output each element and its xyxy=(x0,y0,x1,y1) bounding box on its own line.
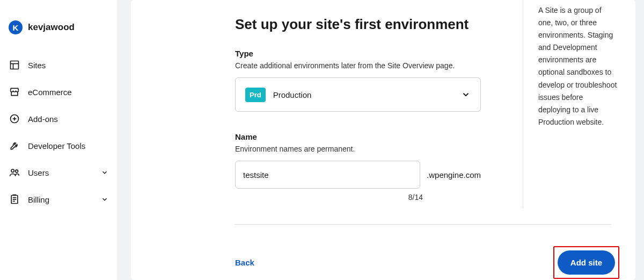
footer-row: Back Add site xyxy=(235,246,619,279)
main-area: Set up your site's first environment Typ… xyxy=(117,0,644,280)
info-panel: A Site is a group of one, two, or three … xyxy=(523,0,635,209)
svg-rect-0 xyxy=(11,61,19,69)
environment-name-input[interactable] xyxy=(235,161,420,189)
brand-name: kevjawood xyxy=(28,22,75,33)
chevron-down-icon xyxy=(101,196,108,203)
sidebar-item-label: Add-ons xyxy=(28,114,108,124)
env-type-value: Production xyxy=(273,90,461,99)
svg-point-6 xyxy=(11,169,14,172)
sidebar-item-label: Developer Tools xyxy=(28,141,108,150)
sidebar-item-devtools[interactable]: Developer Tools xyxy=(0,132,117,159)
brand-icon: K xyxy=(9,20,23,34)
environment-type-select[interactable]: Prd Production xyxy=(235,77,481,112)
chevron-down-icon xyxy=(461,90,471,99)
sidebar-item-label: Users xyxy=(28,168,101,177)
svg-point-7 xyxy=(16,170,18,173)
plus-circle-icon xyxy=(9,113,20,125)
sidebar-item-label: Sites xyxy=(28,61,108,70)
store-icon xyxy=(9,86,20,98)
sidebar-item-addons[interactable]: Add-ons xyxy=(0,105,117,132)
wrench-icon xyxy=(9,140,20,152)
chevron-down-icon xyxy=(101,169,108,176)
brand[interactable]: K kevjawood xyxy=(0,20,117,34)
billing-icon xyxy=(9,193,20,205)
char-count: 8/14 xyxy=(235,193,423,202)
sites-icon xyxy=(9,59,20,71)
users-icon xyxy=(9,167,20,178)
sidebar-item-ecommerce[interactable]: eCommerce xyxy=(0,78,117,105)
info-text: A Site is a group of one, two, or three … xyxy=(523,4,617,128)
add-site-highlight: Add site xyxy=(553,246,619,279)
sidebar-item-label: Billing xyxy=(28,195,101,204)
sidebar-item-sites[interactable]: Sites xyxy=(0,52,117,78)
divider xyxy=(235,224,611,225)
sidebar-item-label: eCommerce xyxy=(28,88,108,97)
content-card: Set up your site's first environment Typ… xyxy=(131,0,635,280)
env-tag: Prd xyxy=(245,88,266,102)
sidebar-item-billing[interactable]: Billing xyxy=(0,186,117,213)
add-site-button[interactable]: Add site xyxy=(558,250,615,275)
domain-suffix: .wpengine.com xyxy=(427,170,481,180)
back-link[interactable]: Back xyxy=(235,258,254,267)
sidebar: K kevjawood Sites eCommerce Add-ons Deve… xyxy=(0,0,117,280)
sidebar-item-users[interactable]: Users xyxy=(0,159,117,186)
